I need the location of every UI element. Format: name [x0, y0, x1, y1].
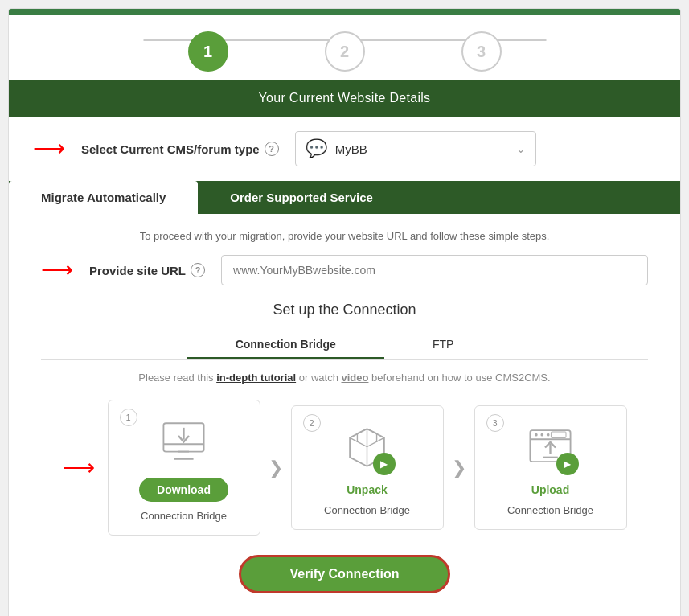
download-svg-icon — [158, 416, 210, 468]
tab-migrate-automatically[interactable]: Migrate Automatically — [9, 181, 198, 214]
svg-rect-12 — [551, 432, 566, 437]
unpack-button[interactable]: Unpack — [347, 483, 388, 496]
verify-connection-button[interactable]: Verify Connection — [239, 555, 449, 593]
unpack-card-label: Connection Bridge — [324, 504, 410, 516]
tabs-row: Migrate Automatically Order Supported Se… — [9, 181, 680, 214]
download-button[interactable]: Download — [139, 478, 228, 502]
bridge-card-unpack: 2 ▶ Unpack Connection Bridge — [291, 405, 444, 530]
sub-tab-connection-bridge[interactable]: Connection Bridge — [187, 331, 384, 359]
main-container: 1 2 3 Your Current Website Details ⟶ Sel… — [8, 8, 681, 616]
sub-tab-ftp[interactable]: FTP — [384, 331, 502, 359]
steps-row: 1 2 3 — [188, 31, 502, 72]
step-1-circle[interactable]: 1 — [188, 31, 228, 72]
bridge-card-download: 1 Download Connection Bridge — [108, 400, 260, 536]
svg-point-9 — [535, 433, 538, 436]
video-link[interactable]: video — [341, 372, 368, 384]
card-step-num-2: 2 — [303, 414, 321, 432]
tabs-container: Migrate Automatically Order Supported Se… — [9, 181, 680, 214]
svg-point-10 — [540, 433, 543, 436]
url-help-icon[interactable]: ? — [191, 263, 205, 277]
dropdown-chevron-icon: ⌄ — [516, 142, 526, 155]
instruction-text: To proceed with your migration, provide … — [41, 230, 648, 242]
url-row: ⟶ Provide site URL ? — [41, 255, 648, 285]
cms-arrow-icon: ⟶ — [33, 138, 65, 160]
upload-play-icon[interactable]: ▶ — [556, 453, 579, 475]
cms-selected-value: MyBB — [335, 142, 508, 156]
step-3-circle[interactable]: 3 — [461, 31, 502, 72]
svg-point-11 — [547, 433, 550, 436]
verify-section: Verify Connection — [41, 555, 648, 593]
card-step-num-3: 3 — [486, 414, 504, 432]
cms-dropdown[interactable]: 💬 MyBB ⌄ — [295, 131, 536, 166]
connection-title: Set up the Connection — [41, 302, 648, 318]
cms-field-row: ⟶ Select Current CMS/forum type ? 💬 MyBB… — [9, 117, 680, 181]
chevron-arrow-2: ❯ — [452, 458, 466, 478]
cms-help-icon[interactable]: ? — [265, 142, 279, 156]
steps-header: 1 2 3 — [9, 15, 680, 80]
url-arrow-icon: ⟶ — [41, 259, 73, 281]
chevron-arrow-1: ❯ — [269, 458, 283, 478]
tab-order-supported-service[interactable]: Order Supported Service — [198, 181, 405, 214]
step-2-circle[interactable]: 2 — [325, 31, 365, 72]
upload-icon-area: ▶ — [523, 419, 579, 475]
download-card-label: Connection Bridge — [141, 510, 227, 522]
unpack-icon-area: ▶ — [339, 419, 396, 475]
card-step-num-1: 1 — [120, 409, 137, 426]
bridge-cards-row: ⟶ 1 Download Conn — [41, 400, 648, 536]
tab-content: To proceed with your migration, provide … — [9, 214, 680, 616]
bridge-card-upload: 3 — [474, 405, 627, 530]
in-depth-tutorial-link[interactable]: in-depth tutorial — [216, 372, 296, 384]
unpack-play-icon[interactable]: ▶ — [373, 453, 396, 475]
section-header: Your Current Website Details — [9, 80, 680, 117]
mybb-icon: 💬 — [306, 138, 327, 159]
upload-button[interactable]: Upload — [531, 483, 569, 496]
download-icon-area — [156, 413, 212, 470]
sub-tab-note: Please read this in-depth tutorial or wa… — [41, 372, 648, 384]
sub-tabs-row: Connection Bridge FTP — [41, 331, 648, 360]
site-url-input[interactable] — [221, 255, 648, 285]
upload-card-label: Connection Bridge — [507, 504, 593, 516]
top-bar — [9, 9, 680, 15]
cards-arrow-icon: ⟶ — [63, 454, 95, 481]
cms-field-label: Select Current CMS/forum type ? — [81, 142, 279, 156]
url-field-label: Provide site URL ? — [89, 263, 205, 277]
